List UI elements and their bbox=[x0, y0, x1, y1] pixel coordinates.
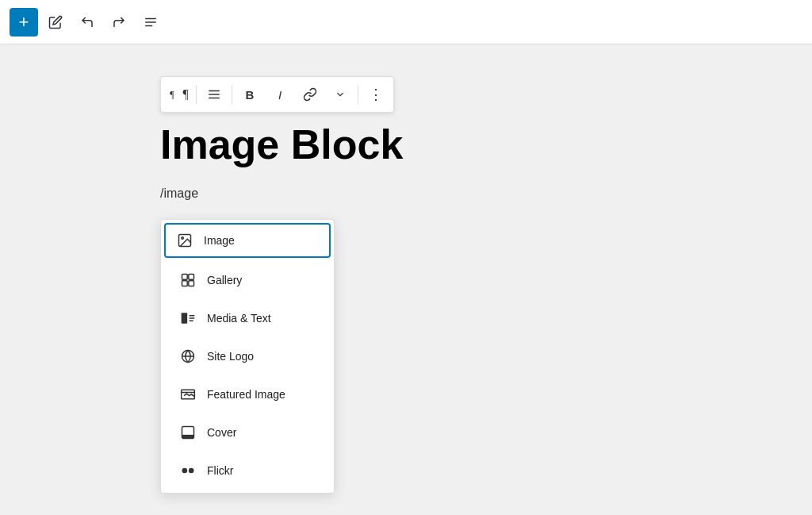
dropdown-item-flickr[interactable]: Flickr bbox=[164, 452, 331, 490]
svg-rect-10 bbox=[189, 275, 194, 280]
featured-image-label: Featured Image bbox=[207, 388, 285, 401]
toolbar-divider-2 bbox=[232, 85, 232, 104]
gallery-icon bbox=[178, 271, 197, 290]
edit-button[interactable] bbox=[41, 8, 70, 37]
italic-button[interactable]: I bbox=[266, 80, 294, 109]
redo-button[interactable] bbox=[105, 8, 133, 37]
document-overview-button[interactable] bbox=[136, 8, 165, 37]
dropdown-item-image[interactable]: Image bbox=[164, 223, 331, 258]
svg-point-24 bbox=[189, 468, 194, 474]
cover-icon bbox=[178, 423, 197, 442]
image-label: Image bbox=[204, 234, 235, 247]
svg-rect-12 bbox=[189, 281, 194, 286]
dropdown-item-featured-image[interactable]: Featured Image bbox=[164, 375, 331, 413]
link-button[interactable] bbox=[296, 80, 324, 109]
svg-rect-9 bbox=[182, 275, 188, 280]
dropdown-item-cover[interactable]: Cover bbox=[164, 413, 331, 452]
chevron-down-icon bbox=[335, 89, 346, 100]
block-options-button[interactable]: ⋮ bbox=[362, 80, 390, 109]
featured-image-icon bbox=[178, 385, 197, 404]
editor-area: ¶ ¶ B I bbox=[0, 44, 812, 515]
paragraph-icon: ¶ bbox=[168, 87, 182, 102]
undo-button[interactable] bbox=[73, 8, 102, 37]
svg-rect-22 bbox=[182, 435, 194, 439]
media-text-label: Media & Text bbox=[207, 312, 271, 325]
toolbar-divider-1 bbox=[196, 85, 197, 104]
align-icon bbox=[207, 87, 221, 102]
more-options-dropdown-button[interactable] bbox=[326, 80, 354, 109]
italic-label: I bbox=[278, 88, 282, 102]
svg-rect-13 bbox=[182, 313, 188, 323]
add-block-button[interactable]: + bbox=[10, 8, 38, 37]
dropdown-item-site-logo[interactable]: Site Logo bbox=[164, 337, 331, 375]
svg-text:¶: ¶ bbox=[170, 89, 175, 100]
bold-label: B bbox=[246, 88, 255, 102]
list-icon bbox=[144, 15, 158, 29]
bold-button[interactable]: B bbox=[236, 80, 264, 109]
flickr-label: Flickr bbox=[207, 464, 233, 477]
svg-rect-11 bbox=[182, 281, 188, 286]
svg-point-8 bbox=[182, 237, 184, 240]
ellipsis-icon: ⋮ bbox=[369, 86, 384, 103]
top-toolbar: + bbox=[0, 0, 812, 44]
svg-point-23 bbox=[182, 468, 188, 474]
link-icon bbox=[303, 87, 317, 102]
plus-icon: + bbox=[19, 12, 29, 33]
page-title: Image Block bbox=[160, 122, 652, 167]
paragraph-symbol: ¶ bbox=[182, 87, 188, 102]
slash-command-text: /image bbox=[160, 183, 652, 204]
gallery-label: Gallery bbox=[207, 274, 242, 286]
dropdown-item-gallery[interactable]: Gallery bbox=[164, 261, 331, 299]
image-icon bbox=[175, 231, 194, 250]
cover-label: Cover bbox=[207, 426, 236, 439]
pencil-icon bbox=[48, 15, 63, 29]
site-logo-icon bbox=[178, 347, 197, 366]
undo-icon bbox=[80, 15, 94, 29]
media-text-icon bbox=[178, 309, 197, 328]
toolbar-divider-3 bbox=[358, 85, 358, 104]
paragraph-type-button[interactable]: ¶ ¶ bbox=[164, 80, 193, 109]
block-inserter-dropdown: Image Gallery bbox=[160, 219, 335, 494]
redo-icon bbox=[112, 15, 126, 29]
flickr-icon bbox=[178, 461, 197, 480]
align-button[interactable] bbox=[200, 80, 228, 109]
site-logo-label: Site Logo bbox=[207, 350, 254, 363]
dropdown-item-media-text[interactable]: Media & Text bbox=[164, 299, 331, 337]
block-toolbar: ¶ ¶ B I bbox=[160, 76, 394, 113]
editor-content: ¶ ¶ B I bbox=[160, 76, 652, 483]
